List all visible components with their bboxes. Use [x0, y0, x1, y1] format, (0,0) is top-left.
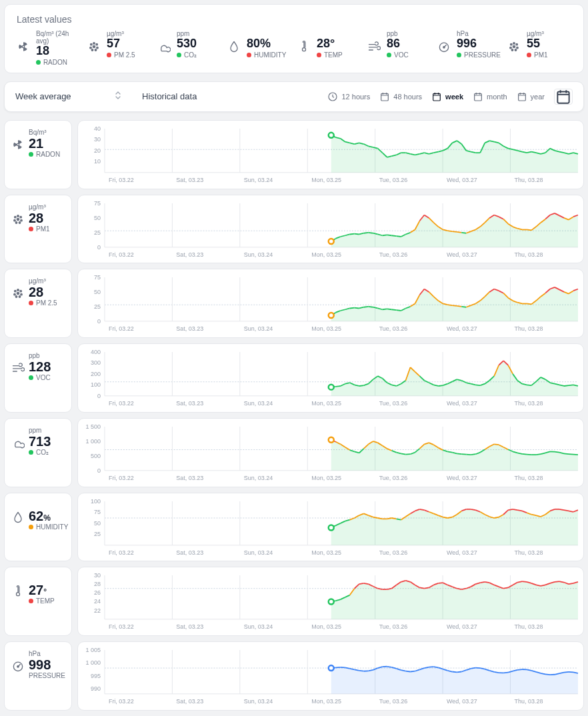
- svg-line-336: [564, 385, 569, 386]
- range-year[interactable]: year: [517, 91, 545, 102]
- svg-point-488: [17, 593, 20, 596]
- svg-point-103: [20, 216, 22, 218]
- svg-text:Mon, 03.25: Mon, 03.25: [311, 475, 341, 481]
- chart-pm25[interactable]: 0255075Fri, 03.22Sat, 03.23Sun, 03.24Mon…: [77, 269, 584, 338]
- side-name: CO₂: [36, 449, 49, 456]
- svg-rect-22: [433, 93, 441, 101]
- svg-text:0: 0: [97, 467, 101, 474]
- range-label: month: [487, 93, 507, 101]
- side-card-voc: ppb 128 VOC: [4, 343, 72, 413]
- svg-text:25: 25: [94, 303, 101, 310]
- chart-humidity[interactable]: 255075100Fri, 03.22Sat, 03.23Sun, 03.24M…: [77, 493, 584, 562]
- svg-line-387: [457, 453, 461, 454]
- lv-name: PRESSURE: [464, 51, 501, 59]
- calendar-button[interactable]: [554, 89, 573, 105]
- svg-line-626: [517, 669, 522, 670]
- controls-bar: Week average Historical data 12 hours48 …: [4, 81, 584, 112]
- svg-text:50: 50: [94, 519, 101, 526]
- svg-line-551: [522, 581, 527, 582]
- lv-value: 80%: [247, 37, 286, 51]
- svg-text:Thu, 03.28: Thu, 03.28: [515, 177, 543, 183]
- range-label: week: [445, 93, 463, 101]
- range-week[interactable]: week: [431, 91, 463, 102]
- svg-text:995: 995: [91, 673, 101, 679]
- svg-line-408: [555, 452, 559, 453]
- svg-line-237: [452, 305, 457, 306]
- svg-text:Thu, 03.28: Thu, 03.28: [515, 400, 543, 407]
- svg-line-602: [406, 671, 411, 672]
- svg-text:Fri, 03.22: Fri, 03.22: [109, 177, 134, 183]
- svg-line-218: [364, 307, 369, 307]
- svg-text:Tue, 03.26: Tue, 03.26: [379, 251, 408, 257]
- humidity-icon: [11, 511, 25, 524]
- lv-value: 18: [36, 45, 81, 58]
- svg-text:Sat, 03.23: Sat, 03.23: [176, 177, 203, 183]
- svg-point-107: [15, 221, 17, 223]
- chart-row-pressure: hPa 998 PRESSURE 9909951 0001 005Fri, 03…: [4, 641, 584, 711]
- svg-point-183: [15, 291, 17, 293]
- svg-line-337: [569, 385, 573, 385]
- svg-point-264: [329, 313, 334, 318]
- svg-text:1 000: 1 000: [86, 438, 101, 445]
- svg-point-563: [329, 599, 334, 605]
- svg-rect-25: [557, 91, 569, 103]
- status-dot: [29, 152, 33, 157]
- lv-value: 57: [107, 37, 135, 51]
- latest-humidity: 80% HUMIDITY: [227, 30, 291, 66]
- range-48h[interactable]: 48 hours: [379, 91, 422, 102]
- svg-text:1 005: 1 005: [86, 647, 101, 653]
- svg-text:Tue, 03.26: Tue, 03.26: [379, 475, 408, 481]
- svg-line-390: [471, 454, 475, 455]
- svg-text:Sat, 03.23: Sat, 03.23: [176, 549, 203, 555]
- status-dot: [29, 301, 33, 305]
- range-selector: 12 hours48 hoursweekmonthyear: [327, 89, 573, 105]
- svg-line-309: [438, 385, 443, 386]
- svg-rect-21: [381, 93, 389, 101]
- side-unit: Bq/m³: [29, 129, 60, 136]
- svg-line-171: [527, 229, 531, 230]
- svg-text:Sat, 03.23: Sat, 03.23: [176, 325, 203, 332]
- svg-point-19: [515, 49, 517, 51]
- svg-point-101: [15, 216, 17, 218]
- latest-values-card: Latest values Bq/m³ (24h avg) 18 RADON µ…: [4, 4, 584, 73]
- svg-text:Thu, 03.28: Thu, 03.28: [515, 475, 543, 481]
- chart-radon[interactable]: 10203040Fri, 03.22Sat, 03.23Sun, 03.24Mo…: [77, 120, 584, 189]
- svg-text:Sat, 03.23: Sat, 03.23: [176, 623, 203, 630]
- chevron-sort-icon[interactable]: [114, 91, 122, 102]
- chart-temp[interactable]: 2224262830Fri, 03.22Sat, 03.23Sun, 03.24…: [77, 567, 584, 636]
- status-dot: [247, 53, 251, 57]
- range-month[interactable]: month: [473, 91, 507, 102]
- status-dot: [29, 525, 33, 529]
- co2-icon: [157, 39, 171, 54]
- svg-line-143: [397, 236, 401, 237]
- lv-name: RADON: [43, 59, 67, 66]
- chart-voc[interactable]: 0100200300400Fri, 03.22Sat, 03.23Sun, 03…: [77, 343, 584, 413]
- svg-text:Wed, 03.27: Wed, 03.27: [447, 177, 477, 183]
- charts-container: Bq/m³ 21 RADON 10203040Fri, 03.22Sat, 03…: [4, 120, 584, 711]
- range-12h[interactable]: 12 hours: [327, 91, 370, 102]
- svg-point-14: [516, 43, 518, 45]
- svg-point-7: [91, 49, 93, 51]
- average-select[interactable]: Week average: [15, 91, 109, 101]
- svg-point-639: [329, 665, 334, 671]
- range-label: 12 hours: [341, 93, 370, 101]
- svg-point-8: [95, 49, 97, 51]
- svg-line-612: [452, 672, 457, 673]
- svg-text:26: 26: [94, 590, 101, 597]
- latest-values-row: Bq/m³ (24h avg) 18 RADON µg/m³ 57 PM 2.5…: [17, 30, 571, 66]
- svg-point-187: [17, 293, 19, 295]
- chart-co2[interactable]: 05001 0001 500Fri, 03.22Sat, 03.23Sun, 0…: [77, 418, 584, 487]
- latest-co-: ppm 530 CO₂: [157, 30, 221, 66]
- side-name: PM 2.5: [36, 299, 57, 307]
- svg-point-182: [329, 239, 334, 244]
- lv-value: 86: [387, 37, 409, 51]
- side-unit: ppm: [29, 427, 51, 434]
- svg-line-216: [355, 308, 359, 309]
- chart-pm1[interactable]: 0255075Fri, 03.22Sat, 03.23Sun, 03.24Mon…: [77, 195, 584, 264]
- svg-text:Mon, 03.25: Mon, 03.25: [311, 698, 341, 705]
- chart-pressure[interactable]: 9909951 0001 005Fri, 03.22Sat, 03.23Sun,…: [77, 641, 584, 711]
- svg-text:Wed, 03.27: Wed, 03.27: [447, 475, 477, 481]
- svg-text:0: 0: [97, 243, 101, 250]
- svg-text:Thu, 03.28: Thu, 03.28: [515, 698, 543, 705]
- svg-text:Thu, 03.28: Thu, 03.28: [515, 549, 543, 555]
